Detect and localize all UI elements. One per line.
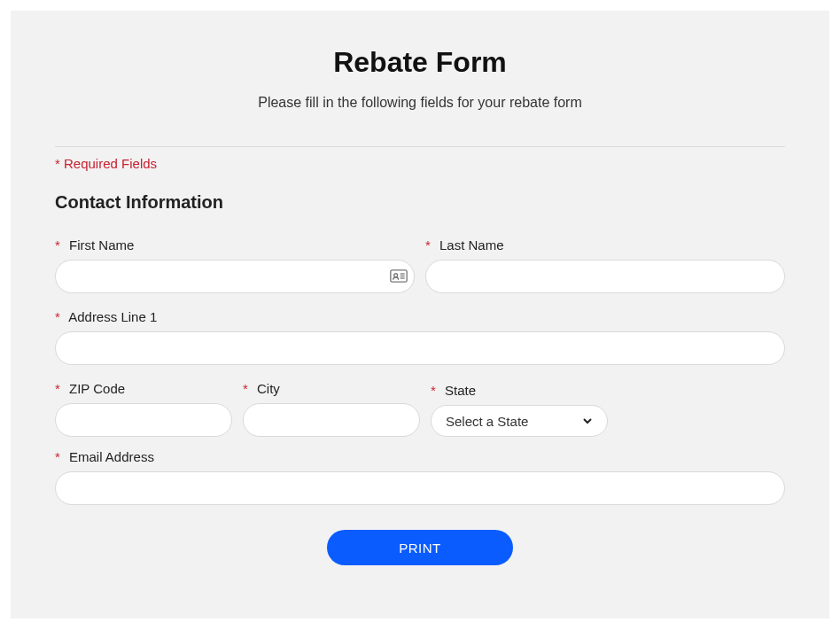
label-text: Last Name: [439, 237, 504, 253]
address1-label: * Address Line 1: [55, 309, 785, 324]
zip-label: * ZIP Code: [55, 381, 232, 396]
print-button[interactable]: PRINT: [327, 530, 513, 565]
first-name-input[interactable]: [55, 260, 415, 293]
chevron-down-icon: [582, 414, 593, 429]
label-text: Email Address: [69, 449, 154, 464]
svg-point-1: [394, 274, 398, 277]
page-subtitle: Please fill in the following fields for …: [55, 95, 785, 111]
required-asterisk: *: [55, 237, 60, 253]
required-asterisk: *: [55, 309, 60, 324]
contact-card-icon: [390, 269, 408, 284]
last-name-label: * Last Name: [425, 237, 785, 253]
city-input[interactable]: [243, 403, 420, 437]
last-name-input[interactable]: [425, 260, 785, 293]
email-label: * Email Address: [55, 449, 785, 464]
required-asterisk: *: [243, 381, 248, 396]
required-asterisk: *: [431, 383, 436, 398]
label-text: City: [257, 381, 280, 396]
page-title: Rebate Form: [55, 46, 785, 79]
required-fields-note: * Required Fields: [55, 156, 785, 171]
state-label: * State: [431, 383, 608, 398]
zip-input[interactable]: [55, 403, 232, 437]
label-text: Address Line 1: [68, 309, 157, 324]
label-text: ZIP Code: [69, 381, 125, 396]
required-asterisk: *: [55, 381, 60, 396]
section-title: Contact Information: [55, 192, 785, 213]
required-asterisk: *: [55, 449, 60, 464]
first-name-label: * First Name: [55, 237, 415, 253]
address1-input[interactable]: [55, 331, 785, 365]
state-selected-value: Select a State: [446, 414, 528, 429]
city-label: * City: [243, 381, 420, 396]
label-text: First Name: [69, 237, 134, 253]
state-select[interactable]: Select a State: [431, 405, 608, 437]
divider: [55, 146, 785, 147]
email-input[interactable]: [55, 471, 785, 505]
form-container: Rebate Form Please fill in the following…: [11, 11, 829, 618]
required-asterisk: *: [425, 237, 431, 253]
label-text: State: [445, 383, 476, 398]
